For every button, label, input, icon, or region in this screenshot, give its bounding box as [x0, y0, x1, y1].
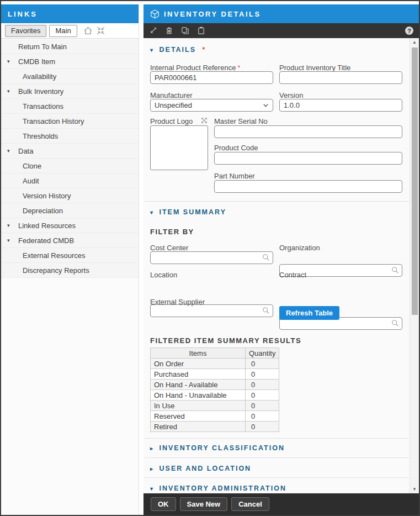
links-tabbar: Favorites Main: [1, 23, 139, 39]
sidebar-item-linked-resources[interactable]: Linked Resources: [1, 218, 139, 233]
location-input[interactable]: [150, 304, 273, 317]
search-icon[interactable]: [391, 266, 399, 274]
sidebar-item-return-to-main[interactable]: Return To Main: [1, 39, 139, 54]
delete-icon[interactable]: [165, 27, 173, 35]
product-code-label: Product Code: [214, 144, 258, 152]
expanded-arrow-icon[interactable]: [7, 223, 10, 228]
table-row: On Hand - Unavailable0: [151, 390, 279, 401]
location-label: Location: [150, 271, 177, 279]
tab-favorites[interactable]: Favorites: [5, 25, 46, 37]
search-icon[interactable]: [391, 319, 399, 327]
divider: [145, 477, 409, 478]
search-icon[interactable]: [262, 254, 270, 261]
item-summary-table: Items Quantity On Order0 Purchased0 On H…: [150, 347, 279, 432]
toolbar: ?: [143, 23, 419, 38]
part-number-label: Part Number: [214, 172, 255, 180]
section-item-summary[interactable]: ITEM SUMMARY: [150, 208, 226, 216]
internal-product-reference-input[interactable]: [150, 71, 273, 84]
section-expanded-icon: [150, 486, 153, 492]
table-header-row: Items Quantity: [151, 348, 279, 359]
sidebar-item-federated-cmdb[interactable]: Federated CMDB: [1, 233, 139, 248]
expanded-arrow-icon[interactable]: [7, 238, 10, 243]
sidebar-item-external-resources[interactable]: External Resources: [1, 248, 139, 263]
sidebar-item-cmdb-item[interactable]: CMDB Item: [1, 54, 139, 69]
cost-center-input[interactable]: [150, 251, 273, 264]
sidebar-item-thresholds[interactable]: Thresholds: [1, 129, 139, 144]
cost-center-field: [150, 251, 273, 264]
sidebar-item-transactions[interactable]: Transactions: [1, 99, 139, 114]
sidebar-item-depreciation[interactable]: Depreciation: [1, 203, 139, 218]
search-icon[interactable]: [262, 307, 270, 314]
chevron-down-icon: [263, 102, 269, 108]
product-logo-label: Product Logo: [150, 117, 193, 125]
table-row: On Order0: [151, 359, 279, 369]
paste-icon[interactable]: [197, 27, 205, 35]
product-code-input[interactable]: [214, 152, 402, 165]
section-user-and-location[interactable]: USER AND LOCATION: [150, 465, 251, 472]
vertical-scrollbar[interactable]: ▲ ▼: [410, 38, 419, 493]
expanded-arrow-icon[interactable]: [7, 148, 10, 154]
sidebar-item-data[interactable]: Data: [1, 144, 139, 159]
section-details[interactable]: DETAILS *: [150, 46, 206, 54]
scroll-down-icon[interactable]: ▼: [410, 487, 419, 492]
scroll-up-icon[interactable]: ▲: [410, 40, 419, 45]
sidebar-item-audit[interactable]: Audit: [1, 173, 139, 188]
links-panel-header: LINKS: [1, 4, 139, 23]
links-tree: Return To Main CMDB Item Availability Bu…: [1, 39, 139, 515]
section-expanded-icon: [150, 47, 153, 53]
tab-main[interactable]: Main: [49, 25, 77, 37]
section-collapsed-icon: [150, 445, 153, 451]
table-row: Reserved0: [151, 411, 279, 422]
divider: [145, 457, 409, 458]
manufacturer-select[interactable]: Unspecified: [150, 99, 273, 112]
pin-icon[interactable]: [149, 27, 157, 35]
internal-product-reference-label: Internal Product Reference*: [150, 64, 240, 72]
links-panel: LINKS Favorites Main Return To Main C: [1, 4, 139, 515]
section-inventory-administration[interactable]: INVENTORY ADMINISTRATION: [150, 485, 286, 492]
refresh-table-button[interactable]: Refresh Table: [279, 306, 339, 320]
sidebar-item-bulk-inventory[interactable]: Bulk Inventory: [1, 84, 139, 99]
expanded-arrow-icon[interactable]: [7, 88, 10, 94]
sidebar-item-availability[interactable]: Availability: [1, 69, 139, 84]
scrollbar-thumb[interactable]: [412, 48, 418, 315]
cancel-button[interactable]: Cancel: [231, 497, 269, 511]
master-serial-no-label: Master Serial No: [214, 117, 268, 125]
collapse-panel-icon[interactable]: [96, 26, 105, 35]
filtered-results-heading: FILTERED ITEM SUMMARY RESULTS: [150, 336, 301, 345]
table-row: In Use0: [151, 401, 279, 411]
divider: [145, 438, 409, 439]
cost-center-label: Cost Center: [150, 244, 188, 252]
sidebar-item-transaction-history[interactable]: Transaction History: [1, 114, 139, 129]
section-expanded-icon: [150, 209, 153, 215]
app-window: LINKS Favorites Main Return To Main C: [0, 0, 420, 516]
home-icon[interactable]: [83, 26, 93, 35]
cube-icon: [150, 9, 160, 19]
save-new-button[interactable]: Save New: [180, 497, 228, 511]
help-icon[interactable]: ?: [405, 27, 413, 35]
version-input[interactable]: [279, 99, 402, 112]
footer-bar: OK Save New Cancel: [143, 493, 419, 515]
links-title: LINKS: [8, 10, 38, 18]
sidebar-item-discrepancy-reports[interactable]: Discrepancy Reports: [1, 263, 139, 278]
items-column-header[interactable]: Items: [151, 348, 246, 359]
form-content: DETAILS * Internal Product Reference* Pr…: [143, 38, 419, 493]
manufacturer-label: Manufacturer: [150, 91, 193, 99]
inventory-details-panel: INVENTORY DETAILS: [143, 4, 419, 515]
master-serial-no-input[interactable]: [214, 125, 402, 138]
section-inventory-classification[interactable]: INVENTORY CLASSIFICATION: [150, 444, 285, 452]
ok-button[interactable]: OK: [151, 497, 176, 511]
product-logo-box[interactable]: [150, 125, 208, 170]
divider: [145, 201, 409, 202]
product-inventory-title-input[interactable]: [279, 71, 402, 84]
copy-icon[interactable]: [181, 27, 189, 35]
sidebar-item-clone[interactable]: Clone: [1, 159, 139, 173]
location-field: [150, 304, 273, 317]
product-inventory-title-label: Product Inventory Title: [279, 64, 350, 72]
organization-label: Organization: [279, 244, 320, 252]
page-title: INVENTORY DETAILS: [164, 10, 261, 18]
sidebar-item-version-history[interactable]: Version History: [1, 188, 139, 203]
quantity-column-header[interactable]: Quantity: [246, 348, 279, 359]
part-number-input[interactable]: [214, 180, 402, 193]
table-row: Retired0: [151, 422, 279, 432]
expanded-arrow-icon[interactable]: [7, 59, 10, 64]
